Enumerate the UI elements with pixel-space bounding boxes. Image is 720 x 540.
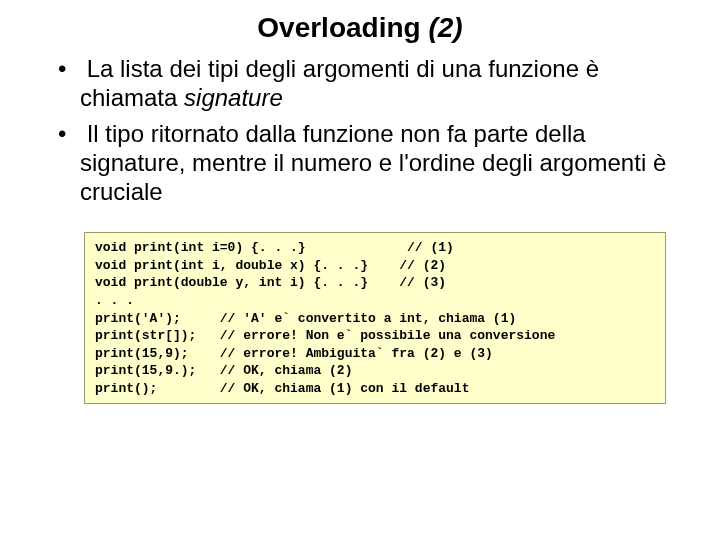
bullet-list: La lista dei tipi degli argomenti di una… <box>24 54 696 206</box>
emphasized-term: signature <box>184 84 283 111</box>
title-main: Overloading <box>257 12 428 43</box>
list-item: Il tipo ritornato dalla funzione non fa … <box>24 119 696 207</box>
bullet-text: La lista dei tipi degli argomenti di una… <box>80 55 599 111</box>
bullet-text: Il tipo ritornato dalla funzione non fa … <box>80 120 666 206</box>
slide-title: Overloading (2) <box>24 12 696 44</box>
list-item: La lista dei tipi degli argomenti di una… <box>24 54 696 113</box>
code-block: void print(int i=0) {. . .} // (1) void … <box>84 232 666 404</box>
title-number: (2) <box>428 12 462 43</box>
